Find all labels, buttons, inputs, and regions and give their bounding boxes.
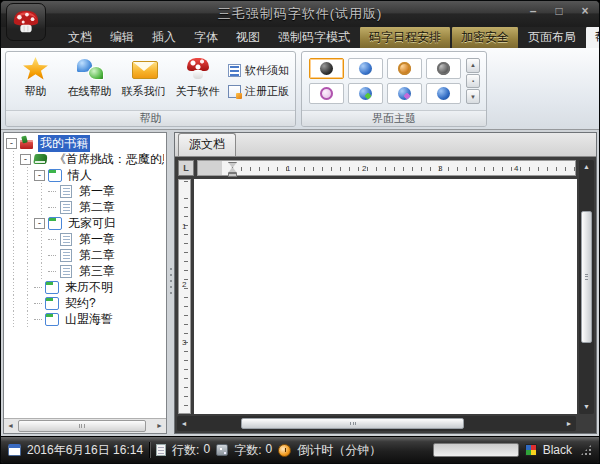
tree-item[interactable]: -我的书籍 (6, 135, 164, 151)
tree-item[interactable]: 山盟海誓 (6, 311, 164, 327)
spinner-up-icon[interactable]: ▲ (466, 58, 480, 73)
mail-icon (131, 57, 157, 81)
menu-tab-9[interactable]: 帮助 (586, 26, 600, 48)
ribbon-small-button-0[interactable]: 软件须知 (228, 63, 289, 78)
current-theme-label[interactable]: Black (543, 443, 572, 457)
theme-button-purple[interactable] (309, 83, 344, 104)
expander-icon[interactable]: - (34, 170, 45, 181)
close-button[interactable]: × (577, 4, 593, 20)
scroll-left-icon[interactable]: ◄ (177, 416, 191, 431)
tab-selector-box[interactable]: L (178, 160, 194, 176)
bronze-sphere-icon (398, 62, 411, 75)
menu-tab-8[interactable]: 页面布局 (519, 26, 585, 48)
blue-violet-sphere-icon (398, 87, 411, 100)
resize-grip[interactable] (580, 444, 592, 456)
ribbon: 帮助在线帮助联系我们关于软件软件须知注册正版 帮助 ▲ ▪ ▼ 界面主题 (1, 48, 599, 130)
tree-item[interactable]: 第二章 (6, 247, 164, 263)
theme-group-label: 界面主题 (302, 110, 486, 126)
expander-icon[interactable]: - (20, 154, 31, 165)
tree-item-label: 《首席挑战：恶魔的恩宠》 (52, 151, 164, 168)
spinner-down-icon[interactable]: ▼ (466, 89, 480, 104)
tree-item[interactable]: 第二章 (6, 199, 164, 215)
app-menu-button[interactable] (6, 3, 46, 41)
tree-item-label: 我的书籍 (38, 135, 90, 152)
scroll-right-icon[interactable]: ► (153, 419, 166, 433)
vertical-scroll-thumb[interactable] (581, 211, 592, 343)
vertical-ruler[interactable]: 123 (178, 179, 191, 414)
menu-tabs: 文档编辑插入字体视图强制码字模式码字日程安排加密安全页面布局帮助 (1, 27, 599, 48)
ruler-number: 3 (182, 338, 186, 347)
theme-button-bronze[interactable] (387, 58, 422, 79)
ribbon-button-1[interactable]: 在线帮助 (63, 54, 116, 108)
tab-source-document[interactable]: 源文档 (178, 133, 236, 156)
spinner-mid-icon[interactable]: ▪ (466, 74, 480, 89)
minimize-button[interactable]: – (525, 4, 541, 20)
horizontal-scroll-thumb[interactable] (241, 418, 464, 429)
ribbon-button-3[interactable]: 关于软件 (171, 54, 224, 108)
indent-marker[interactable] (228, 162, 237, 177)
tree-item[interactable]: 契约? (6, 295, 164, 311)
menu-tab-1[interactable]: 编辑 (101, 26, 143, 48)
document-page[interactable] (194, 179, 577, 414)
vertical-scrollbar[interactable]: ▲ ▼ (579, 160, 594, 414)
line-count: 行数: 0 (172, 442, 210, 459)
theme-button-black[interactable] (309, 58, 344, 79)
scroll-up-icon[interactable]: ▲ (579, 160, 594, 174)
tree-item[interactable]: 第一章 (6, 183, 164, 199)
page-icon (60, 201, 72, 214)
tree-item-label: 第一章 (77, 183, 117, 200)
chat-icon (77, 57, 103, 81)
menu-tab-6[interactable]: 码字日程安排 (360, 26, 450, 48)
theme-button-plain-blue[interactable] (426, 83, 461, 104)
theme-button-blue-green[interactable] (348, 83, 383, 104)
ribbon-button-0[interactable]: 帮助 (9, 54, 62, 108)
lines-icon (156, 444, 166, 456)
ribbon-button-2[interactable]: 联系我们 (117, 54, 170, 108)
horizontal-ruler[interactable]: 1234 (197, 160, 576, 176)
menu-tab-7[interactable]: 加密安全 (452, 26, 518, 48)
blue-green-sphere-icon (359, 87, 372, 100)
tree-item[interactable]: -无家可归 (6, 215, 164, 231)
scroll-left-icon[interactable]: ◄ (4, 419, 17, 433)
theme-button-blue-violet[interactable] (387, 83, 422, 104)
menu-tab-3[interactable]: 字体 (185, 26, 227, 48)
tree-scroll-thumb[interactable] (18, 420, 146, 432)
maximize-button[interactable]: □ (551, 4, 567, 20)
expander-icon[interactable]: - (6, 138, 17, 149)
tree-item[interactable]: -情人 (6, 167, 164, 183)
document-content: L 1234 123 ▲ ▼ ◄ ► (175, 157, 596, 433)
scroll-down-icon[interactable]: ▼ (579, 400, 594, 414)
app-window: 三毛强制码字软件(试用版) – □ × 文档编辑插入字体视图强制码字模式码字日程… (0, 0, 600, 464)
ribbon-button-label: 联系我们 (122, 84, 166, 99)
tree-item[interactable]: -《首席挑战：恶魔的恩宠》 (6, 151, 164, 167)
tree-item[interactable]: 第三章 (6, 263, 164, 279)
theme-button-blue[interactable] (348, 58, 383, 79)
ribbon-small-button-1[interactable]: 注册正版 (228, 84, 289, 99)
panel-splitter[interactable] (167, 132, 174, 434)
theme-spinner: ▲ ▪ ▼ (466, 58, 480, 104)
ribbon-group-theme: ▲ ▪ ▼ 界面主题 (301, 51, 487, 127)
title-bar: 三毛强制码字软件(试用版) – □ × (1, 1, 599, 27)
tree-connector (48, 239, 56, 240)
black-sphere-icon (320, 62, 333, 75)
help-group-small-buttons: 软件须知注册正版 (225, 54, 292, 108)
page-icon (60, 233, 72, 246)
menu-tab-0[interactable]: 文档 (59, 26, 101, 48)
tree-item[interactable]: 第一章 (6, 231, 164, 247)
countdown-label: 倒计时（分钟） (297, 442, 381, 459)
window-controls: – □ × (525, 4, 593, 20)
theme-button-dark-gray[interactable] (426, 58, 461, 79)
horizontal-scrollbar[interactable]: ◄ ► (177, 416, 576, 431)
scroll-right-icon[interactable]: ► (562, 416, 576, 431)
menu-tab-5[interactable]: 强制码字模式 (269, 26, 359, 48)
tree-connector (48, 271, 56, 272)
ribbon-button-label: 帮助 (25, 84, 47, 99)
tree-item-label: 无家可归 (66, 215, 118, 232)
menu-tab-4[interactable]: 视图 (227, 26, 269, 48)
expander-icon[interactable]: - (34, 218, 45, 229)
tree-connector (48, 255, 56, 256)
tree-item[interactable]: 来历不明 (6, 279, 164, 295)
tree-horizontal-scrollbar[interactable]: ◄ ► (4, 418, 166, 433)
page-icon (60, 249, 72, 262)
menu-tab-2[interactable]: 插入 (143, 26, 185, 48)
